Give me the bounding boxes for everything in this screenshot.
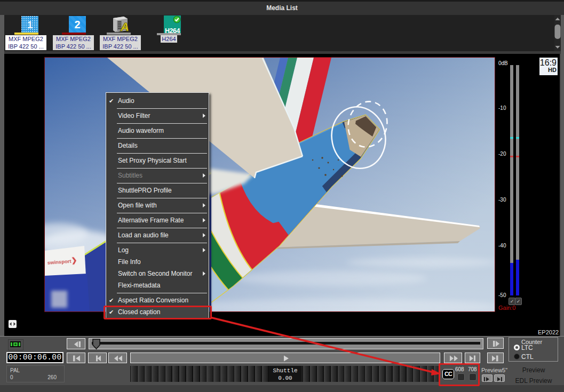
svg-text:A: A <box>120 20 129 34</box>
